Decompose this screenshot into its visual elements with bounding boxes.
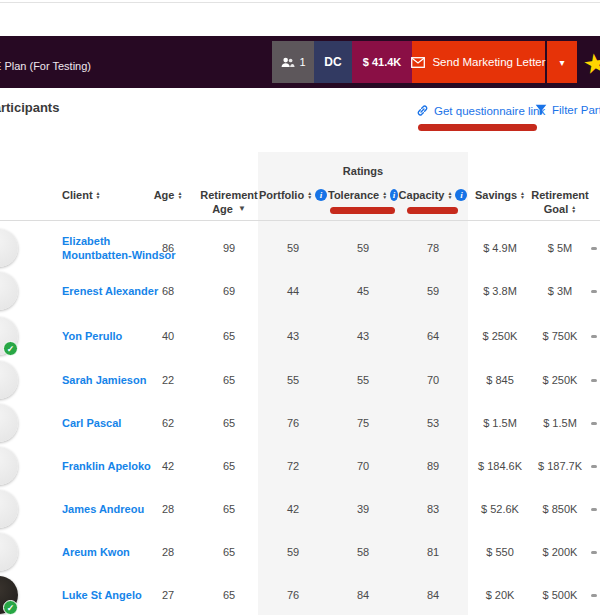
row-actions-icon[interactable]: [591, 379, 597, 382]
retirement-goal-value: $ 250K: [526, 358, 594, 402]
table-row[interactable]: ✓ Yon Perullo 40 65 43 43 64 $ 250K $ 75…: [0, 314, 600, 358]
send-marketing-letter-label: Send Marketing Letter: [432, 56, 545, 68]
column-header-capacity[interactable]: Capacity▲▼i: [398, 188, 468, 202]
portfolio-rating: 44: [258, 269, 328, 313]
row-actions-icon[interactable]: [591, 335, 597, 338]
retirement-age-value: 65: [194, 358, 264, 402]
retirement-age-value: 65: [194, 314, 264, 358]
row-actions-icon[interactable]: [591, 594, 597, 597]
table-row[interactable]: Sarah Jamieson 22 65 55 55 70 $ 845 $ 25…: [0, 358, 600, 402]
participants-page: E Plan (For Testing) 1 DC $ 41.4K Send M…: [0, 0, 600, 615]
verified-check-icon: ✓: [3, 600, 18, 615]
row-actions-icon[interactable]: [591, 290, 597, 293]
favorite-star-icon[interactable]: ★: [580, 43, 600, 86]
sort-icon[interactable]: ▲▼: [382, 191, 387, 199]
column-header-retirement-age[interactable]: Retirement Age▼: [194, 188, 264, 216]
age-value: 68: [136, 269, 200, 313]
tolerance-rating: 43: [328, 314, 398, 358]
tolerance-rating: 84: [328, 573, 398, 615]
participants-count: 1: [299, 56, 305, 68]
row-actions-icon[interactable]: [591, 247, 597, 250]
sort-desc-icon[interactable]: ▼: [238, 202, 246, 216]
table-row[interactable]: Areum Kwon 28 65 59 58 81 $ 550 $ 200K: [0, 530, 600, 574]
info-icon[interactable]: i: [390, 189, 398, 201]
people-icon: [280, 57, 295, 68]
column-header-retirement-goal[interactable]: Retirement Goal▲▼: [526, 188, 594, 216]
row-actions-icon[interactable]: [591, 465, 597, 468]
retirement-goal-value: $ 5M: [526, 226, 594, 270]
verified-check-icon: ✓: [3, 341, 18, 356]
tolerance-rating: 45: [328, 269, 398, 313]
table-row[interactable]: ✓ Luke St Angelo 27 65 76 84 84 $ 20K $ …: [0, 573, 600, 615]
row-actions-icon[interactable]: [591, 422, 597, 425]
sort-icon[interactable]: ▲▼: [177, 191, 182, 199]
plan-type-badge: DC: [314, 41, 352, 83]
age-value: 27: [136, 573, 200, 615]
column-header-tolerance[interactable]: Tolerance▲▼i: [328, 188, 398, 202]
capacity-rating: 53: [398, 401, 468, 445]
row-actions-icon[interactable]: [591, 508, 597, 511]
capacity-rating: 84: [398, 573, 468, 615]
capacity-rating: 70: [398, 358, 468, 402]
tolerance-rating: 75: [328, 401, 398, 445]
plan-header-bar: E Plan (For Testing) 1 DC $ 41.4K Send M…: [0, 36, 600, 88]
ratings-group-header: Ratings: [258, 165, 468, 177]
capacity-rating: 81: [398, 530, 468, 574]
row-actions-icon[interactable]: [591, 551, 597, 554]
filter-participants-label: Filter Participants: [552, 104, 600, 116]
age-value: 22: [136, 358, 200, 402]
sort-icon[interactable]: ▲▼: [307, 191, 312, 199]
portfolio-rating: 72: [258, 444, 328, 488]
table-row[interactable]: Carl Pascal 62 65 76 75 53 $ 1.5M $ 1.5M: [0, 401, 600, 445]
age-value: 62: [136, 401, 200, 445]
tolerance-rating: 55: [328, 358, 398, 402]
column-header-client[interactable]: Client▲▼: [62, 188, 132, 202]
portfolio-rating: 59: [258, 226, 328, 270]
column-header-portfolio[interactable]: Portfolio▲▼i: [258, 188, 328, 202]
portfolio-rating: 76: [258, 573, 328, 615]
sort-icon[interactable]: ▲▼: [520, 191, 525, 199]
capacity-rating: 83: [398, 487, 468, 531]
portfolio-rating: 42: [258, 487, 328, 531]
filter-participants-link[interactable]: Filter Participants: [535, 104, 600, 116]
info-icon[interactable]: i: [315, 189, 327, 201]
annotation-underline-tolerance: [330, 207, 395, 214]
table-row[interactable]: James Andreou 28 65 42 39 83 $ 52.6K $ 8…: [0, 487, 600, 531]
annotation-underline-questionnaire: [418, 124, 537, 131]
tolerance-rating: 70: [328, 444, 398, 488]
retirement-age-value: 65: [194, 530, 264, 574]
retirement-age-value: 65: [194, 573, 264, 615]
retirement-goal-value: $ 200K: [526, 530, 594, 574]
portfolio-rating: 43: [258, 314, 328, 358]
tolerance-rating: 39: [328, 487, 398, 531]
top-divider: [0, 2, 600, 3]
portfolio-rating: 59: [258, 530, 328, 574]
sort-icon[interactable]: ▲▼: [96, 191, 101, 199]
age-value: 28: [136, 487, 200, 531]
annotation-underline-capacity: [407, 207, 458, 214]
sort-icon[interactable]: ▲▼: [571, 205, 576, 213]
retirement-age-value: 69: [194, 269, 264, 313]
retirement-goal-value: $ 750K: [526, 314, 594, 358]
header-divider: [0, 220, 600, 221]
column-header-age[interactable]: Age▲▼: [136, 188, 200, 202]
send-marketing-letter-button[interactable]: Send Marketing Letter: [412, 41, 545, 83]
tolerance-rating: 59: [328, 226, 398, 270]
table-row[interactable]: Erenest Alexander 68 69 44 45 59 $ 3.8M …: [0, 269, 600, 313]
chevron-down-icon: ▾: [559, 57, 564, 68]
get-questionnaire-link[interactable]: Get questionnaire link: [416, 104, 545, 117]
capacity-rating: 89: [398, 444, 468, 488]
table-row[interactable]: Franklin Apeloko 42 65 72 70 89 $ 184.6K…: [0, 444, 600, 488]
tolerance-rating: 58: [328, 530, 398, 574]
retirement-goal-value: $ 3M: [526, 269, 594, 313]
avatar: [0, 272, 18, 310]
retirement-age-value: 65: [194, 487, 264, 531]
portfolio-rating: 76: [258, 401, 328, 445]
send-marketing-dropdown-button[interactable]: ▾: [547, 41, 577, 83]
get-questionnaire-label: Get questionnaire link: [434, 105, 545, 117]
sort-icon[interactable]: ▲▼: [447, 191, 452, 199]
table-row[interactable]: Elizabeth Mountbatten-Windsor 86 99 59 5…: [0, 226, 600, 270]
avatar: [0, 490, 18, 528]
retirement-goal-value: $ 1.5M: [526, 401, 594, 445]
avatar: [0, 404, 18, 442]
